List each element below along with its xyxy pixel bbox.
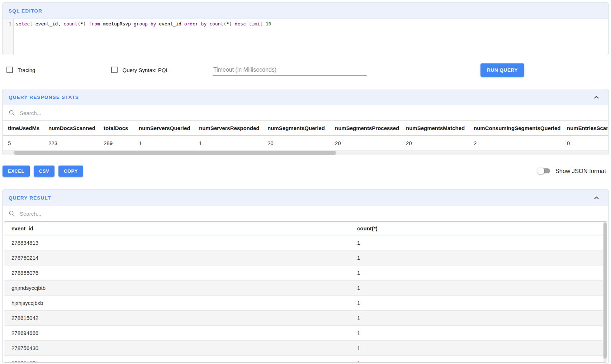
sql-token-plain — [207, 21, 209, 27]
chevron-up-icon — [593, 94, 600, 100]
query-response-stats-panel: QUERY RESPONSE STATS timeUsedMsnumDocsSc… — [3, 89, 608, 155]
search-icon — [9, 210, 15, 217]
stats-value-cell: 2 — [469, 136, 562, 150]
pql-checkbox-group[interactable]: Query Syntax: PQL — [111, 67, 169, 73]
stats-search-input[interactable] — [19, 110, 608, 116]
result-cell-count: 1 — [350, 296, 597, 310]
sql-token-paren: ( — [77, 21, 80, 27]
sql-token-plain: meetupRsvp — [100, 21, 134, 27]
sql-token-keyword: order by — [184, 21, 207, 27]
result-cell-count: 1 — [350, 250, 597, 265]
sql-token-plain — [86, 21, 89, 27]
stats-value-cell: 1 — [194, 136, 262, 150]
sql-token-plain — [246, 21, 249, 27]
result-table-row: 2788348131 — [4, 235, 607, 250]
result-cell-event-id: 278615042 — [4, 311, 350, 325]
result-cell-event-id: hjxhjsyccjbxb — [4, 296, 350, 310]
stats-column-header: numEntriesScanned — [562, 121, 608, 135]
stats-table: timeUsedMsnumDocsScannedtotalDocsnumServ… — [3, 121, 608, 150]
sql-token-keyword: desc — [235, 21, 246, 27]
result-collapse-button[interactable] — [592, 194, 601, 202]
result-cell-event-id: gnjmdsyccjbtb — [4, 281, 350, 295]
result-table-row: 2785812711 — [4, 356, 607, 363]
vertical-scrollbar-thumb[interactable] — [603, 222, 607, 359]
sql-token-plain: * — [226, 21, 229, 27]
result-table-row: 2787564301 — [4, 341, 607, 356]
horizontal-scrollbar[interactable] — [3, 150, 608, 155]
query-controls-row: Tracing Query Syntax: PQL RUN QUERY — [6, 62, 611, 77]
stats-column-header: totalDocs — [99, 121, 134, 135]
sql-code-editor[interactable]: 1 select event_id, count(*) from meetupR… — [3, 19, 608, 55]
sql-editor-title: SQL EDITOR — [9, 8, 42, 14]
horizontal-scrollbar-thumb[interactable] — [14, 151, 336, 155]
stats-column-header: numServersResponded — [194, 121, 262, 135]
tracing-label: Tracing — [18, 67, 35, 73]
excel-button[interactable]: EXCEL — [3, 166, 30, 177]
stats-value-cell: 20 — [262, 136, 330, 150]
stats-column-header: numConsumingSegmentsQueried — [469, 121, 562, 135]
sql-token-paren: ( — [223, 21, 226, 27]
stats-search-row — [3, 105, 608, 121]
editor-gutter: 1 — [3, 19, 14, 55]
result-cell-event-id: 278694666 — [4, 326, 350, 340]
copy-button[interactable]: COPY — [58, 166, 83, 177]
stats-value-cell: 289 — [99, 136, 134, 150]
result-column-header: count(*) — [350, 225, 597, 231]
result-search-row — [3, 206, 608, 221]
sql-token-paren: ) — [83, 21, 86, 27]
sql-token-plain — [263, 21, 266, 27]
result-table-row: gnjmdsyccjbtb1 — [4, 281, 607, 296]
stats-column-header: numSegmentsProcessed — [330, 121, 401, 135]
stats-table-header-row: timeUsedMsnumDocsScannedtotalDocsnumServ… — [3, 121, 608, 136]
result-cell-count: 1 — [350, 326, 597, 340]
sql-token-keyword: count — [209, 21, 223, 27]
result-cell-event-id: 278756430 — [4, 341, 350, 355]
result-table-body: 278834813127875021412788550761gnjmdsyccj… — [4, 235, 607, 363]
stats-collapse-button[interactable] — [592, 94, 601, 101]
toggle-knob[interactable] — [537, 167, 544, 174]
stats-table-value-row: 52232891120202020 — [3, 136, 608, 150]
result-cell-count: 1 — [350, 356, 597, 363]
result-cell-count: 1 — [350, 341, 597, 355]
result-cell-count: 1 — [350, 235, 597, 250]
result-cell-event-id: 278581271 — [4, 356, 350, 363]
line-number: 1 — [9, 21, 11, 27]
csv-button[interactable]: CSV — [34, 166, 55, 177]
pql-checkbox[interactable] — [111, 67, 118, 73]
sql-token-paren: ) — [229, 21, 232, 27]
result-panel-header: QUERY RESULT — [3, 190, 608, 206]
result-table-row: 2787502141 — [4, 250, 607, 265]
sql-editor-header: SQL EDITOR — [3, 3, 608, 19]
result-cell-event-id: 278750214 — [4, 250, 350, 265]
sql-token-keyword: count — [63, 21, 77, 27]
search-icon — [9, 110, 15, 116]
result-table-row: 2786150421 — [4, 311, 607, 326]
timeout-input[interactable] — [213, 64, 367, 76]
sql-token-keyword: limit — [249, 21, 263, 27]
stats-column-header: numSegmentsMatched — [401, 121, 469, 135]
show-json-toggle[interactable] — [537, 167, 551, 175]
run-query-button[interactable]: RUN QUERY — [480, 63, 524, 77]
stats-column-header: numServersQueried — [134, 121, 194, 135]
tracing-checkbox[interactable] — [6, 67, 13, 73]
stats-value-cell: 20 — [401, 136, 469, 150]
stats-value-cell: 1 — [134, 136, 194, 150]
chevron-up-icon — [593, 195, 600, 201]
stats-value-cell: 223 — [43, 136, 99, 150]
result-search-input[interactable] — [19, 210, 608, 217]
result-table: event_idcount(*) 27883481312787502141278… — [4, 221, 607, 363]
tracing-checkbox-group[interactable]: Tracing — [6, 67, 35, 73]
result-cell-count: 1 — [350, 281, 597, 295]
stats-column-header: timeUsedMs — [3, 121, 43, 135]
sql-token-number: 10 — [266, 21, 271, 27]
stats-value-cell: 5 — [3, 136, 43, 150]
vertical-scrollbar[interactable] — [603, 222, 607, 362]
stats-column-header: numDocsScanned — [43, 121, 99, 135]
result-panel-title: QUERY RESULT — [9, 195, 51, 201]
export-row: EXCEL CSV COPY Show JSON format — [3, 165, 606, 177]
stats-panel-title: QUERY RESPONSE STATS — [9, 95, 79, 100]
result-table-row: hjxhjsyccjbxb1 — [4, 296, 607, 311]
stats-value-cell: 20 — [330, 136, 401, 150]
sql-token-plain — [232, 21, 235, 27]
result-cell-count: 1 — [350, 311, 597, 325]
